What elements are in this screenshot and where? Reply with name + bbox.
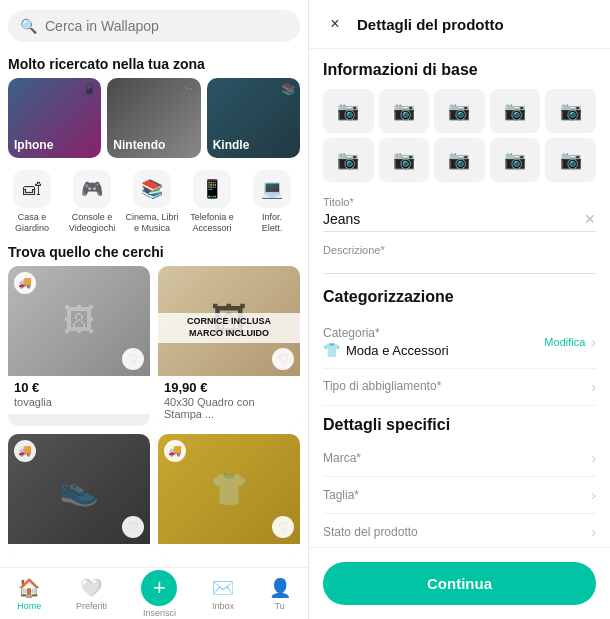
photo-cell-1[interactable]: 📷	[323, 89, 374, 133]
photo-cell-4[interactable]: 📷	[490, 89, 541, 133]
nav-inbox[interactable]: ✉️ Inbox	[212, 577, 234, 611]
category-casa[interactable]: 🛋 Casa eGiardino	[4, 170, 60, 234]
product-price-2: 19,90 €	[164, 380, 294, 395]
left-panel: 🔍 Molto ricercato nella tua zona 📱 Iphon…	[0, 0, 308, 619]
photo-cell-5[interactable]: 📷	[545, 89, 596, 133]
product-img-4: 👕 🚚 ♡	[158, 434, 300, 544]
product-img-1: 🖼 🚚 ♡	[8, 266, 150, 376]
product-name-1: tovaglia	[14, 396, 144, 408]
modifica-btn[interactable]: Modifica	[544, 336, 585, 348]
heart-btn-4[interactable]: ♡	[272, 516, 294, 538]
trending-iphone-label: Iphone	[14, 138, 53, 152]
tipo-label: Tipo di abbigliamento*	[323, 379, 591, 393]
category-console-icon: 🎮	[73, 170, 111, 208]
continua-button[interactable]: Continua	[323, 562, 596, 605]
heart-btn-1[interactable]: ♡	[122, 348, 144, 370]
profile-icon: 👤	[269, 577, 291, 599]
bottom-nav: 🏠 Home 🤍 Preferiti + Inserisci ✉️ Inbox …	[0, 567, 308, 619]
product-card-1[interactable]: 🖼 🚚 ♡ 10 € tovaglia	[8, 266, 150, 426]
info-section-label: Informazioni di base	[323, 61, 596, 79]
add-icon[interactable]: +	[141, 570, 177, 606]
photo-cell-2[interactable]: 📷	[379, 89, 430, 133]
trending-iphone[interactable]: 📱 Iphone	[8, 78, 101, 158]
desc-field[interactable]: Descrizione*	[323, 244, 596, 274]
photo-cell-7[interactable]: 📷	[379, 138, 430, 182]
marca-chevron-icon: ›	[591, 450, 596, 466]
categoria-value-text: Moda e Accessori	[346, 343, 449, 358]
taglia-chevron-icon: ›	[591, 487, 596, 503]
search-bar[interactable]: 🔍	[8, 10, 300, 42]
product-info-4	[158, 544, 300, 555]
search-icon: 🔍	[20, 18, 37, 34]
nav-home-label: Home	[17, 601, 41, 611]
marca-label: Marca*	[323, 451, 591, 465]
title-value[interactable]: Jeans	[323, 211, 584, 227]
trending-kindle-emoji: 📚	[281, 82, 296, 96]
truck-icon-1: 🚚	[14, 272, 36, 294]
category-cinema-label: Cinema, Librie Musica	[125, 212, 178, 234]
trending-nintendo-label: Nintendo	[113, 138, 165, 152]
home-icon: 🏠	[18, 577, 40, 599]
marca-row[interactable]: Marca* ›	[323, 440, 596, 477]
product-info-2: 19,90 € 40x30 Quadro con Stampa ...	[158, 376, 300, 426]
photo-cell-6[interactable]: 📷	[323, 138, 374, 182]
category-infor-label: Infor.Elett.	[262, 212, 283, 234]
product-info-1: 10 € tovaglia	[8, 376, 150, 414]
categoria-label: Categoria*	[323, 326, 544, 340]
title-field-group: Titolo* Jeans ✕	[323, 196, 596, 232]
product-card-2[interactable]: 🖼 CORNICE INCLUSAMARCO INCLUIDO ♡ 19,90 …	[158, 266, 300, 426]
category-telefonia-icon: 📱	[193, 170, 231, 208]
title-clear-btn[interactable]: ✕	[584, 211, 596, 227]
title-field-row: Jeans ✕	[323, 211, 596, 232]
heart-nav-icon: 🤍	[80, 577, 102, 599]
title-label: Titolo*	[323, 196, 596, 208]
nav-tu[interactable]: 👤 Tu	[269, 577, 291, 611]
nav-home[interactable]: 🏠 Home	[17, 577, 41, 611]
trending-iphone-emoji: 📱	[82, 82, 97, 96]
stato-row[interactable]: Stato del prodotto ›	[323, 514, 596, 547]
category-casa-label: Casa eGiardino	[15, 212, 49, 234]
photo-grid: 📷 📷 📷 📷 📷 📷 📷 📷 📷 📷	[323, 89, 596, 182]
search-input[interactable]	[45, 18, 288, 34]
photo-cell-3[interactable]: 📷	[434, 89, 485, 133]
trending-nintendo[interactable]: 🎮 Nintendo	[107, 78, 200, 158]
category-infor[interactable]: 💻 Infor.Elett.	[244, 170, 300, 234]
category-cinema-icon: 📚	[133, 170, 171, 208]
close-button[interactable]: ×	[323, 12, 347, 36]
right-header: × Dettagli del prodotto	[309, 0, 610, 49]
stato-chevron-icon: ›	[591, 524, 596, 540]
photo-cell-9[interactable]: 📷	[490, 138, 541, 182]
photo-cell-10[interactable]: 📷	[545, 138, 596, 182]
category-telefonia[interactable]: 📱 Telefonia eAccessori	[184, 170, 240, 234]
product-img-2: 🖼 CORNICE INCLUSAMARCO INCLUIDO ♡	[158, 266, 300, 376]
cat-section-label: Categorizzazione	[323, 288, 596, 306]
categoria-row[interactable]: Categoria* 👕 Moda e Accessori Modifica ›	[323, 316, 596, 369]
nav-inbox-label: Inbox	[212, 601, 234, 611]
nav-inserisci[interactable]: + Inserisci	[141, 570, 177, 618]
product-info-3	[8, 544, 150, 555]
nav-preferiti[interactable]: 🤍 Preferiti	[76, 577, 107, 611]
taglia-row[interactable]: Taglia* ›	[323, 477, 596, 514]
category-cinema[interactable]: 📚 Cinema, Librie Musica	[124, 170, 180, 234]
truck-icon-3: 🚚	[14, 440, 36, 462]
nav-preferiti-label: Preferiti	[76, 601, 107, 611]
right-panel-title: Dettagli del prodotto	[357, 16, 504, 33]
tipo-row[interactable]: Tipo di abbigliamento* ›	[323, 369, 596, 406]
det-section-label: Dettagli specifici	[323, 416, 596, 434]
product-card-4[interactable]: 👕 🚚 ♡	[158, 434, 300, 555]
shirt-icon: 👕	[323, 342, 340, 358]
heart-btn-3[interactable]: ♡	[122, 516, 144, 538]
categoria-chevron-icon: ›	[591, 334, 596, 350]
product-img-3: 👟 🚚 ♡	[8, 434, 150, 544]
heart-btn-2[interactable]: ♡	[272, 348, 294, 370]
truck-icon-4: 🚚	[164, 440, 186, 462]
trending-row: 📱 Iphone 🎮 Nintendo 📚 Kindle	[0, 78, 308, 166]
trending-nintendo-emoji: 🎮	[182, 82, 197, 96]
product-card-3[interactable]: 👟 🚚 ♡	[8, 434, 150, 555]
trending-kindle[interactable]: 📚 Kindle	[207, 78, 300, 158]
trending-title: Molto ricercato nella tua zona	[0, 52, 308, 78]
categories-row: 🛋 Casa eGiardino 🎮 Console eVideogiochi …	[0, 166, 308, 242]
photo-cell-8[interactable]: 📷	[434, 138, 485, 182]
category-console[interactable]: 🎮 Console eVideogiochi	[64, 170, 120, 234]
nav-inserisci-label: Inserisci	[143, 608, 176, 618]
